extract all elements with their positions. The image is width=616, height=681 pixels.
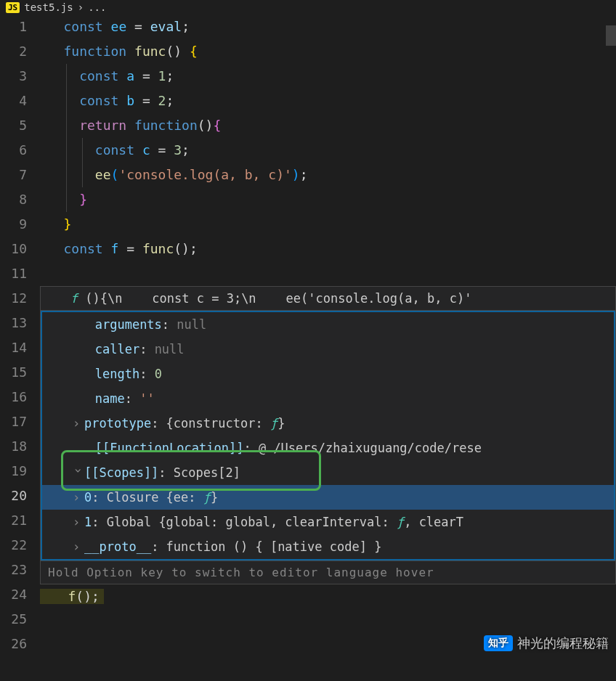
inspector-row[interactable]: arguments: null	[42, 312, 614, 337]
keyword-const: const	[64, 19, 103, 34]
object-inspector[interactable]: arguments: null caller: null length: 0 n…	[41, 311, 615, 560]
punctuation: ()	[76, 589, 92, 604]
prop-key: caller	[95, 342, 139, 356]
punctuation: ;	[166, 93, 174, 108]
line-number: 4	[0, 89, 27, 113]
punctuation: ;	[182, 19, 190, 34]
breadcrumb[interactable]: JS test5.js › ...	[0, 0, 616, 15]
indent-guide	[66, 163, 67, 187]
code-line[interactable]: const f = func();	[40, 237, 616, 261]
indent-guide	[66, 113, 67, 138]
number: 3	[174, 142, 182, 158]
code-line[interactable]: const a = 1;	[40, 64, 616, 89]
line-number: 11	[0, 261, 27, 286]
operator: =	[142, 68, 150, 83]
line-number: 17	[0, 409, 27, 434]
paren: )	[292, 167, 300, 182]
punctuation: ;	[300, 167, 308, 182]
code-line[interactable]: const ee = eval;	[40, 15, 616, 39]
code-editor[interactable]: 1 2 3 4 5 6 7 8 9 10 11 12 13 14 15 16 1…	[0, 15, 616, 681]
punctuation: ;	[190, 241, 198, 256]
code-line[interactable]: const b = 2;	[40, 89, 616, 113]
code-line[interactable]: }	[40, 187, 616, 212]
prop-value-part: {constructor:	[166, 416, 270, 431]
line-number: 7	[0, 163, 27, 187]
punctuation: ;	[166, 68, 174, 83]
code-line[interactable]: ee('console.log(a, b, c)');	[40, 163, 616, 187]
expand-caret-icon[interactable]: ›	[73, 485, 84, 510]
keyword-const: const	[95, 142, 134, 158]
function-call: func	[142, 241, 174, 256]
prop-value-part: }	[211, 490, 218, 505]
line-gutter: 1 2 3 4 5 6 7 8 9 10 11 12 13 14 15 16 1…	[0, 15, 40, 681]
line-number: 26	[0, 632, 27, 656]
indent-guide	[66, 89, 67, 113]
keyword-return: return	[79, 118, 126, 133]
keyword-const: const	[79, 68, 118, 83]
function-call: f	[68, 589, 76, 604]
prop-value-part: , clearT	[404, 515, 463, 529]
string: 'console.log(a, b, c)'	[118, 167, 291, 182]
code-line[interactable]: }	[40, 212, 616, 237]
number: 2	[158, 93, 166, 108]
debug-hover-widget[interactable]: f (){\n const c = 3;\n ee('console.log(a…	[40, 286, 616, 584]
func-symbol-icon: ƒ	[270, 416, 277, 431]
code-line[interactable]: function func() {	[40, 39, 616, 64]
line-number: 14	[0, 335, 27, 360]
expand-caret-icon[interactable]: ›	[73, 534, 84, 559]
indent-guide	[66, 187, 67, 212]
indent-guide	[82, 163, 83, 187]
line-number: 2	[0, 39, 27, 64]
line-number: 20	[0, 484, 27, 508]
operator: =	[158, 142, 166, 158]
expand-caret-icon[interactable]: ›	[73, 510, 84, 534]
prop-key: name	[95, 391, 125, 406]
code-area[interactable]: const ee = eval; function func() { const…	[40, 15, 616, 681]
function-name: func	[134, 44, 166, 59]
code-line[interactable]	[40, 261, 616, 286]
breadcrumb-filename: test5.js	[24, 1, 73, 13]
inspector-row[interactable]: length: 0	[42, 362, 614, 386]
line-number: 12	[0, 286, 27, 311]
code-line-current-execution[interactable]: f();	[40, 584, 616, 609]
prop-value-part: Global {global: global, clearInterval:	[107, 515, 397, 529]
collapse-caret-icon[interactable]: ›	[66, 467, 91, 478]
line-number: 22	[0, 533, 27, 558]
breadcrumb-separator: ›	[78, 1, 84, 13]
code-line[interactable]: return function(){	[40, 113, 616, 138]
line-number: 8	[0, 187, 27, 212]
inspector-row[interactable]: ›prototype: {constructor: ƒ}	[42, 411, 614, 436]
inspector-row[interactable]: ›[[Scopes]]: Scopes[2]	[42, 460, 614, 485]
inspector-row[interactable]: ›__proto__: function () { [native code] …	[42, 534, 614, 559]
variable: a	[126, 68, 134, 83]
prop-value: @ /Users/zhaixuguang/code/rese	[259, 441, 482, 455]
hover-header: f (){\n const c = 3;\n ee('console.log(a…	[41, 287, 615, 311]
variable: ee	[111, 19, 127, 34]
operator: =	[134, 19, 142, 34]
line-number: 6	[0, 138, 27, 163]
prop-value: function () { [native code] }	[166, 539, 382, 554]
prop-key: arguments	[95, 317, 162, 332]
inspector-row[interactable]: name: ''	[42, 386, 614, 411]
inspector-row-highlighted[interactable]: ›0: Closure {ee: ƒ}	[42, 485, 614, 510]
punctuation: ()	[174, 241, 190, 256]
prop-value: 0	[155, 367, 162, 381]
zhihu-icon: 知乎	[484, 635, 513, 651]
expand-caret-icon[interactable]: ›	[73, 411, 84, 436]
brace: {	[190, 44, 198, 59]
inspector-row[interactable]: caller: null	[42, 337, 614, 362]
punctuation: ;	[92, 589, 100, 604]
breadcrumb-rest: ...	[88, 1, 106, 13]
identifier: eval	[150, 19, 182, 34]
inspector-row[interactable]: [[FunctionLocation]]: @ /Users/zhaixugua…	[42, 436, 614, 460]
line-number: 15	[0, 360, 27, 385]
prop-value-part: Closure {ee:	[107, 490, 203, 505]
line-number: 21	[0, 508, 27, 533]
watermark-text: 神光的编程秘籍	[517, 635, 609, 652]
code-line[interactable]: const c = 3;	[40, 138, 616, 163]
hover-header-text: (){\n const c = 3;\n ee('console.log(a, …	[78, 291, 471, 306]
inspector-row[interactable]: ›1: Global {global: global, clearInterva…	[42, 510, 614, 534]
line-number: 1	[0, 15, 27, 39]
keyword-function: function	[64, 44, 127, 59]
line-number: 16	[0, 385, 27, 409]
